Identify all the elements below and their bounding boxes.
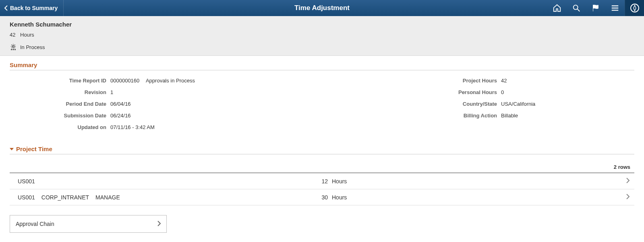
home-icon[interactable] — [547, 0, 567, 16]
country-label: Country/State — [243, 101, 501, 107]
header-section: Kenneth Schumacher 42 Hours In Process — [0, 16, 644, 56]
project-description: US001 — [18, 178, 308, 185]
project-hours-unit: Hours — [332, 194, 364, 201]
personal-hours-label: Personal Hours — [243, 89, 501, 95]
summary-right-col: Project Hours 42 Personal Hours 0 Countr… — [243, 78, 535, 136]
approval-chain-label: Approval Chain — [16, 221, 54, 227]
project-description: US001 CORP_INTRANET MANAGE — [18, 194, 308, 201]
chevron-right-icon — [626, 194, 630, 201]
top-bar: Back to Summary Time Adjustment — [0, 0, 644, 16]
period-end-label: Period End Date — [10, 101, 110, 107]
revision-value: 1 — [110, 89, 113, 95]
updated-label: Updated on — [10, 124, 110, 130]
hours-summary: 42 Hours — [10, 32, 634, 38]
status-text: In Process — [20, 44, 45, 50]
approval-chain-button[interactable]: Approval Chain — [10, 215, 167, 233]
project-hours: 30 — [308, 194, 332, 201]
submission-label: Submission Date — [10, 113, 110, 119]
svg-line-1 — [578, 9, 580, 12]
chevron-right-icon — [157, 221, 161, 228]
gear-icon — [10, 43, 17, 51]
hours-unit: Hours — [20, 32, 34, 38]
time-report-id-label: Time Report ID — [10, 78, 110, 84]
svg-rect-8 — [13, 49, 14, 50]
svg-point-0 — [574, 5, 578, 10]
time-report-id-value: 0000000160 Approvals in Process — [110, 78, 195, 84]
svg-rect-9 — [14, 49, 16, 50]
back-button[interactable]: Back to Summary — [0, 0, 64, 16]
search-icon[interactable] — [567, 0, 586, 16]
rows-count: 2 rows — [10, 162, 634, 173]
revision-label: Revision — [10, 89, 110, 95]
project-time-section: Project Time 2 rows US001 12 Hours US001… — [10, 146, 634, 205]
submission-value: 06/24/16 — [110, 113, 131, 119]
hours-value: 42 — [10, 32, 15, 38]
svg-rect-7 — [11, 49, 12, 50]
project-row[interactable]: US001 12 Hours — [10, 173, 634, 189]
period-end-value: 06/04/16 — [110, 101, 131, 107]
summary-title: Summary — [10, 62, 634, 70]
updated-value: 07/11/16 - 3:42 AM — [110, 124, 155, 130]
project-hours-unit: Hours — [332, 178, 364, 185]
country-value: USA/California — [501, 101, 535, 107]
flag-icon[interactable] — [586, 0, 605, 16]
project-hours-label: Project Hours — [243, 78, 501, 84]
project-hours: 12 — [308, 178, 332, 185]
compass-icon[interactable] — [625, 0, 644, 16]
summary-grid: Time Report ID 0000000160 Approvals in P… — [10, 78, 634, 136]
employee-name: Kenneth Schumacher — [10, 21, 634, 28]
chevron-left-icon — [4, 5, 8, 11]
page-title: Time Adjustment — [294, 4, 350, 12]
content: Summary Time Report ID 0000000160 Approv… — [0, 56, 644, 242]
menu-icon[interactable] — [605, 0, 625, 16]
billing-value: Billable — [501, 113, 518, 119]
status-line: In Process — [10, 43, 634, 51]
project-row[interactable]: US001 CORP_INTRANET MANAGE 30 Hours — [10, 189, 634, 205]
back-label: Back to Summary — [10, 5, 58, 11]
topbar-icons — [547, 0, 644, 16]
project-hours-value: 42 — [501, 78, 507, 84]
project-time-toggle[interactable]: Project Time — [10, 146, 634, 154]
svg-point-6 — [12, 45, 14, 47]
chevron-right-icon — [626, 178, 630, 185]
personal-hours-value: 0 — [501, 89, 504, 95]
summary-left-col: Time Report ID 0000000160 Approvals in P… — [10, 78, 195, 136]
billing-label: Billing Action — [243, 113, 501, 119]
triangle-down-icon — [10, 147, 14, 151]
project-time-title: Project Time — [16, 146, 52, 152]
